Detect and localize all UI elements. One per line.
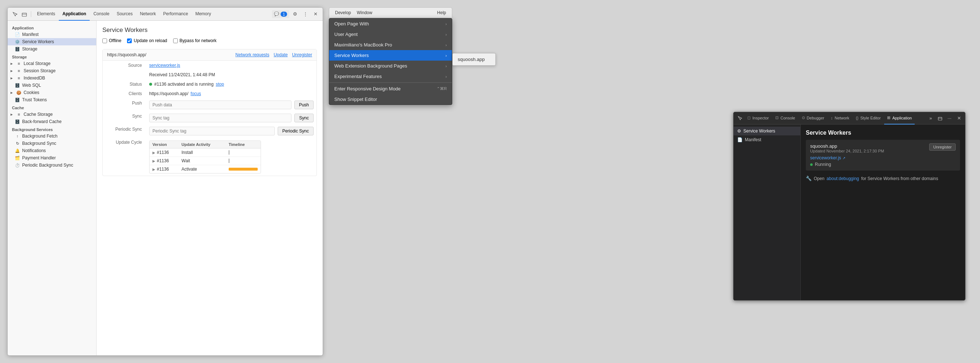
sidebar-item-storage[interactable]: 🗄️ Storage [8, 45, 96, 53]
sidebar-item-cookies[interactable]: 🍪 Cookies [8, 89, 96, 96]
box-icon-btn[interactable] [20, 10, 29, 19]
menu-item-user-agent[interactable]: User Agent › [329, 29, 452, 40]
dark-tab-style-editor[interactable]: {} Style Editor [853, 112, 884, 124]
menu-item-open-page-with[interactable]: Open Page With › [329, 19, 452, 29]
unregister-link[interactable]: Unregister [292, 52, 312, 57]
message-badge: 1 [280, 12, 287, 17]
dark-tab-network[interactable]: ↕ Network [828, 112, 852, 124]
sidebar-item-periodic-bg-sync[interactable]: ⏱️ Periodic Background Sync [8, 162, 96, 169]
cache-storage-icon: ≡ [16, 112, 21, 117]
update-cycle-label: Update Cycle [103, 138, 146, 176]
dark-sw-source-row: serviceworker.js ↗ [810, 155, 956, 161]
menu-item-snippet-editor[interactable]: Show Snippet Editor [329, 94, 452, 105]
sidebar-item-cache-storage[interactable]: ≡ Cache Storage [8, 111, 96, 118]
dark-tab-console[interactable]: ⊡ Console [772, 112, 798, 124]
dark-more-btn[interactable]: » [927, 115, 935, 122]
push-label: Push [103, 99, 146, 111]
dark-tab-application[interactable]: ⊞ Application [884, 112, 915, 124]
menu-bar-window[interactable]: Window [355, 10, 374, 16]
dark-cursor-btn[interactable] [736, 115, 744, 122]
dark-body: ⚙ Service Workers 📄 Manifest Service Wor… [733, 124, 965, 300]
sidebar-item-local-storage[interactable]: ≡ Local Storage [8, 60, 96, 67]
menu-item-service-workers[interactable]: Service Workers › [329, 50, 452, 61]
sidebar-item-web-sql[interactable]: 🗄️ Web SQL [8, 82, 96, 89]
dark-sidebar-sw[interactable]: ⚙ Service Workers [733, 127, 800, 135]
tab-console[interactable]: Console [90, 8, 113, 21]
sidebar-item-back-forward-cache[interactable]: 🗄️ Back-forward Cache [8, 118, 96, 125]
menu-item-experimental[interactable]: Experimental Features › [329, 71, 452, 82]
offline-input[interactable] [102, 38, 107, 43]
sidebar-item-background-fetch[interactable]: ↑ Background Fetch [8, 132, 96, 140]
cursor-icon-btn[interactable] [11, 10, 19, 19]
sync-button[interactable]: Sync [294, 114, 313, 122]
source-link[interactable]: serviceworker.js [149, 63, 180, 68]
tab-memory[interactable]: Memory [192, 8, 215, 21]
bypass-for-network-checkbox[interactable]: Bypass for network [173, 38, 217, 43]
dark-tab-inspector[interactable]: ◻ Inspector [745, 112, 772, 124]
menu-item-web-extension-bg[interactable]: Web Extension Background Pages › [329, 61, 452, 71]
tab-elements[interactable]: Elements [33, 8, 59, 21]
offline-checkbox[interactable]: Offline [102, 38, 121, 43]
tab-sources[interactable]: Sources [113, 8, 136, 21]
bypass-for-network-input[interactable] [173, 38, 178, 43]
sidebar-item-service-workers[interactable]: ⚙️ Service Workers [8, 38, 96, 45]
uc-col-version: Version [150, 141, 178, 148]
update-link[interactable]: Update [274, 52, 288, 57]
sidebar-item-notifications[interactable]: 🔔 Notifications [8, 147, 96, 154]
uc-activity-activate: Activate [178, 165, 226, 173]
update-on-reload-checkbox[interactable]: Update on reload [127, 38, 167, 43]
menu-bar-develop[interactable]: Develop [334, 10, 352, 16]
status-value: #1136 activated and is running stop [146, 80, 317, 89]
dark-toolbar-right: » ··· ✕ [927, 115, 963, 122]
web-sql-icon: 🗄️ [15, 83, 20, 88]
close-icon-btn[interactable]: ✕ [311, 10, 320, 19]
dark-close-btn[interactable]: ✕ [955, 115, 963, 122]
network-requests-link[interactable]: Network requests [235, 52, 269, 57]
dark-unregister-btn[interactable]: Unregister [929, 143, 956, 151]
push-button[interactable]: Push [294, 100, 313, 109]
menu-item-responsive-design[interactable]: Enter Responsive Design Mode ⌃⌘R [329, 83, 452, 94]
tab-performance[interactable]: Performance [159, 8, 192, 21]
inspector-icon: ◻ [747, 115, 751, 120]
dark-page-title: Service Workers [806, 130, 960, 136]
svg-rect-1 [938, 117, 942, 120]
submenu-popup: squoosh.app [452, 53, 496, 66]
focus-link[interactable]: focus [191, 91, 201, 96]
uc-timeline-install [226, 148, 261, 156]
dark-options-btn[interactable]: ··· [945, 115, 953, 122]
received-text: Received 11/24/2021, 1:44:48 PM [149, 72, 215, 77]
sidebar-item-payment-handler[interactable]: 🗂️ Payment Handler [8, 154, 96, 162]
indexeddb-icon: ≡ [16, 75, 21, 81]
menu-bar-help[interactable]: Help [436, 10, 447, 16]
stop-link[interactable]: stop [216, 82, 224, 87]
clients-value: https://squoosh.app/ focus [146, 89, 317, 99]
settings-icon-btn[interactable]: ⚙ [291, 10, 299, 19]
sidebar-item-background-sync[interactable]: ↻ Background Sync [8, 140, 96, 147]
dark-expand-btn[interactable] [936, 115, 944, 122]
push-input[interactable] [149, 100, 291, 109]
update-on-reload-input[interactable] [127, 38, 132, 43]
periodic-sync-input[interactable] [149, 127, 275, 135]
sidebar-item-manifest[interactable]: 📄 Manifest [8, 31, 96, 38]
chevron-web-extension-bg: › [445, 64, 447, 68]
sidebar-item-trust-tokens[interactable]: 🗄️ Trust Tokens [8, 96, 96, 103]
menu-item-macbook-pro[interactable]: Maximiliano's MacBook Pro › [329, 40, 452, 50]
sidebar-item-session-storage[interactable]: ≡ Session Storage [8, 67, 96, 75]
dark-tab-debugger[interactable]: ⊙ Debugger [799, 112, 827, 124]
sw-entry: https://squoosh.app/ Network requests Up… [102, 49, 317, 176]
dark-toolbar: ◻ Inspector ⊡ Console ⊙ Debugger ↕ Netwo… [733, 112, 965, 124]
periodic-sync-button[interactable]: Periodic Sync [278, 127, 313, 135]
dark-sidebar-manifest[interactable]: 📄 Manifest [733, 135, 800, 144]
about-debugging-link[interactable]: about:debugging [826, 176, 859, 181]
sidebar: Application 📄 Manifest ⚙️ Service Worker… [8, 21, 97, 355]
tab-application[interactable]: Application [59, 8, 90, 21]
tab-network[interactable]: Network [136, 8, 159, 21]
sw-detail-grid: Source serviceworker.js Received 11/24/2… [103, 61, 317, 176]
sidebar-item-indexeddb[interactable]: ≡ IndexedDB [8, 75, 96, 82]
submenu-item-squoosh[interactable]: squoosh.app [453, 55, 495, 64]
dark-sw-source-link[interactable]: serviceworker.js [810, 155, 841, 161]
sync-input[interactable] [149, 114, 291, 122]
more-icon-btn[interactable]: ⋮ [301, 10, 310, 19]
menu-separator-1 [329, 83, 452, 83]
sw-url: https://squoosh.app/ [107, 52, 146, 57]
